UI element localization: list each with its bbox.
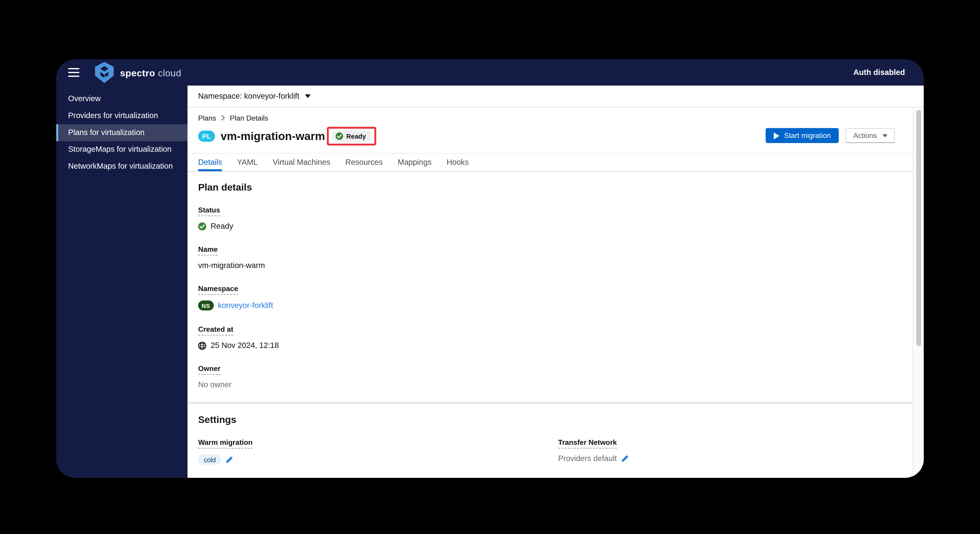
globe-icon — [198, 342, 206, 350]
plan-details-heading: Plan details — [198, 182, 902, 193]
sidebar-item-plans[interactable]: Plans for virtualization — [56, 124, 188, 141]
play-icon — [773, 132, 779, 139]
owner-field-label: Owner — [198, 365, 221, 375]
settings-left-column: Warm migration cold — [198, 436, 558, 478]
sidebar-item-storagemaps[interactable]: StorageMaps for virtualization — [56, 141, 188, 158]
breadcrumb-plans[interactable]: Plans — [198, 114, 216, 122]
created-at-field-label: Created at — [198, 325, 233, 335]
namespace-link[interactable]: konveyor-forklift — [218, 301, 273, 310]
sidebar: Overview Providers for virtualization Pl… — [56, 86, 188, 478]
settings-right-column: Transfer Network Providers default — [558, 436, 902, 478]
status-value: Ready — [210, 222, 233, 230]
tab-bar: Details YAML Virtual Machines Resources … — [188, 153, 912, 172]
actions-label: Actions — [853, 132, 877, 139]
sidebar-item-overview[interactable]: Overview — [56, 91, 188, 108]
settings-section: Settings Warm migration cold — [188, 404, 912, 478]
edit-warm-migration-pencil-icon[interactable] — [226, 456, 233, 463]
tab-resources[interactable]: Resources — [345, 154, 383, 171]
scrollbar-thumb[interactable] — [916, 110, 921, 346]
transfer-network-label: Transfer Network — [558, 439, 617, 448]
name-value: vm-migration-warm — [198, 261, 902, 270]
plan-resource-badge: PL — [198, 130, 215, 142]
field-target-namespace: Target namespace konveyor-forklift — [198, 477, 558, 478]
scrollbar — [912, 108, 924, 478]
warm-migration-value-badge: cold — [198, 454, 221, 465]
name-field-label: Name — [198, 245, 218, 255]
field-status: Status Ready — [198, 203, 902, 230]
warm-migration-label: Warm migration — [198, 439, 253, 448]
page-title: vm-migration-warm — [221, 130, 325, 143]
check-circle-icon — [198, 222, 206, 230]
sidebar-item-networkmaps[interactable]: NetworkMaps for virtualization — [56, 158, 188, 175]
status-badge-label: Ready — [346, 132, 366, 140]
transfer-network-value: Providers default — [558, 454, 617, 463]
created-at-value: 25 Nov 2024, 12:18 — [210, 341, 279, 350]
field-warm-migration: Warm migration cold — [198, 436, 558, 465]
app-window: spectro cloud Auth disabled Overview Pro… — [56, 59, 924, 478]
field-namespace: Namespace NS konveyor-forklift — [198, 282, 902, 310]
edit-transfer-network-pencil-icon[interactable] — [621, 455, 628, 462]
hamburger-menu-icon[interactable] — [68, 68, 80, 77]
tab-virtual-machines[interactable]: Virtual Machines — [273, 154, 330, 171]
namespace-field-label: Namespace — [198, 285, 238, 295]
namespace-selector[interactable]: Namespace: konveyor-forklift — [198, 92, 299, 101]
chevron-down-icon — [882, 134, 888, 137]
tab-yaml[interactable]: YAML — [237, 154, 258, 171]
brand-secondary: cloud — [158, 67, 181, 78]
auth-status: Auth disabled — [853, 68, 905, 77]
spectro-cloud-logo-icon — [95, 62, 114, 83]
section-divider — [188, 402, 912, 404]
tab-mappings[interactable]: Mappings — [398, 154, 431, 171]
breadcrumb: Plans Plan Details — [198, 114, 912, 122]
start-migration-button[interactable]: Start migration — [765, 128, 839, 143]
top-bar: spectro cloud Auth disabled — [56, 59, 924, 86]
actions-dropdown-button[interactable]: Actions — [846, 128, 895, 143]
tab-details[interactable]: Details — [198, 154, 222, 171]
field-preserve-static-ips: Preserve static IPs Use system default — [558, 475, 902, 478]
status-field-label: Status — [198, 206, 220, 216]
owner-value: No owner — [198, 380, 902, 389]
tab-hooks[interactable]: Hooks — [447, 154, 469, 171]
namespace-bar: Namespace: konveyor-forklift — [188, 86, 924, 108]
field-transfer-network: Transfer Network Providers default — [558, 436, 902, 463]
field-owner: Owner No owner — [198, 362, 902, 389]
namespace-resource-badge: NS — [198, 300, 213, 310]
chevron-right-icon — [221, 115, 225, 120]
chevron-down-icon[interactable] — [305, 94, 311, 98]
settings-heading: Settings — [198, 414, 902, 425]
annotation-highlight-box: Ready — [327, 127, 376, 146]
check-circle-icon — [336, 132, 343, 140]
main-area: Namespace: konveyor-forklift Plans Plan … — [188, 86, 924, 478]
plan-details-section: Plan details Status Ready — [188, 172, 912, 389]
field-created-at: Created at 25 Nov 2024, 12:18 — [198, 323, 902, 350]
field-name: Name vm-migration-warm — [198, 243, 902, 270]
sidebar-item-providers[interactable]: Providers for virtualization — [56, 108, 188, 124]
brand-text: spectro cloud — [120, 67, 181, 78]
brand-primary: spectro — [120, 67, 155, 78]
screen: spectro cloud Auth disabled Overview Pro… — [0, 0, 980, 534]
start-migration-label: Start migration — [784, 132, 831, 139]
breadcrumb-plan-details: Plan Details — [230, 114, 268, 122]
status-badge: Ready — [332, 130, 371, 142]
